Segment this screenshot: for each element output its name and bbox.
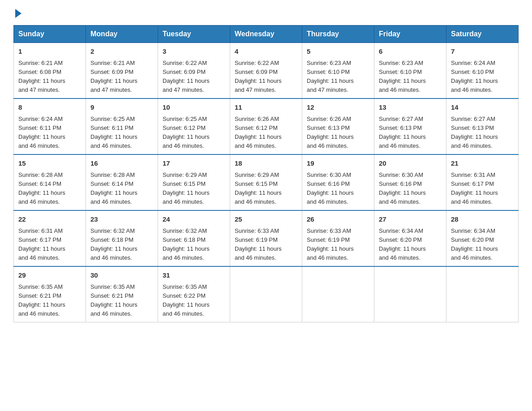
logo-arrow-icon [15,9,21,18]
day-number: 2 [90,47,153,57]
day-cell: 23Sunrise: 6:32 AMSunset: 6:18 PMDayligh… [86,210,158,266]
day-cell: 30Sunrise: 6:35 AMSunset: 6:21 PMDayligh… [86,266,158,322]
day-cell: 17Sunrise: 6:29 AMSunset: 6:15 PMDayligh… [158,154,230,210]
day-cell: 27Sunrise: 6:34 AMSunset: 6:20 PMDayligh… [374,210,446,266]
cell-info: Sunrise: 6:27 AMSunset: 6:13 PMDaylight:… [379,115,442,151]
day-cell: 31Sunrise: 6:35 AMSunset: 6:22 PMDayligh… [158,266,230,322]
day-cell: 24Sunrise: 6:32 AMSunset: 6:18 PMDayligh… [158,210,230,266]
cell-info: Sunrise: 6:21 AMSunset: 6:08 PMDaylight:… [18,59,81,95]
cell-info: Sunrise: 6:24 AMSunset: 6:11 PMDaylight:… [18,115,81,151]
day-number: 16 [90,158,153,169]
day-number: 25 [235,214,297,225]
day-cell: 19Sunrise: 6:30 AMSunset: 6:16 PMDayligh… [302,154,374,210]
cell-info: Sunrise: 6:35 AMSunset: 6:21 PMDaylight:… [90,283,153,319]
cell-info: Sunrise: 6:21 AMSunset: 6:09 PMDaylight:… [90,59,153,95]
day-cell: 18Sunrise: 6:29 AMSunset: 6:15 PMDayligh… [230,154,302,210]
day-number: 23 [90,214,153,225]
day-number: 12 [307,103,369,113]
day-cell: 6Sunrise: 6:23 AMSunset: 6:10 PMDaylight… [374,43,446,99]
cell-info: Sunrise: 6:34 AMSunset: 6:20 PMDaylight:… [451,227,514,263]
cell-info: Sunrise: 6:29 AMSunset: 6:15 PMDaylight:… [235,171,297,207]
day-number: 8 [18,103,81,113]
day-number: 11 [235,103,297,113]
day-cell [302,266,374,322]
day-number: 6 [379,47,442,57]
day-cell: 3Sunrise: 6:22 AMSunset: 6:09 PMDaylight… [158,43,230,99]
day-cell: 15Sunrise: 6:28 AMSunset: 6:14 PMDayligh… [14,154,86,210]
day-number: 29 [18,270,81,281]
day-number: 19 [307,158,369,169]
day-cell: 13Sunrise: 6:27 AMSunset: 6:13 PMDayligh… [374,98,446,154]
day-number: 10 [163,103,225,113]
day-number: 9 [90,103,153,113]
day-number: 28 [451,214,514,225]
week-row-5: 29Sunrise: 6:35 AMSunset: 6:21 PMDayligh… [14,266,519,322]
day-cell: 29Sunrise: 6:35 AMSunset: 6:21 PMDayligh… [14,266,86,322]
day-cell: 9Sunrise: 6:25 AMSunset: 6:11 PMDaylight… [86,98,158,154]
cell-info: Sunrise: 6:29 AMSunset: 6:15 PMDaylight:… [163,171,225,207]
day-cell: 11Sunrise: 6:26 AMSunset: 6:12 PMDayligh… [230,98,302,154]
day-number: 15 [18,158,81,169]
cell-info: Sunrise: 6:31 AMSunset: 6:17 PMDaylight:… [451,171,514,207]
day-cell [374,266,446,322]
week-row-3: 15Sunrise: 6:28 AMSunset: 6:14 PMDayligh… [14,154,519,210]
day-cell: 22Sunrise: 6:31 AMSunset: 6:17 PMDayligh… [14,210,86,266]
day-number: 26 [307,214,369,225]
day-cell: 1Sunrise: 6:21 AMSunset: 6:08 PMDaylight… [14,43,86,99]
cell-info: Sunrise: 6:25 AMSunset: 6:12 PMDaylight:… [163,115,225,151]
day-number: 27 [379,214,442,225]
day-number: 30 [90,270,153,281]
header-day-monday: Monday [86,26,158,43]
day-cell: 7Sunrise: 6:24 AMSunset: 6:10 PMDaylight… [446,43,519,99]
day-number: 21 [451,158,514,169]
day-cell: 14Sunrise: 6:27 AMSunset: 6:13 PMDayligh… [446,98,519,154]
day-number: 24 [163,214,225,225]
day-cell: 26Sunrise: 6:33 AMSunset: 6:19 PMDayligh… [302,210,374,266]
day-cell: 16Sunrise: 6:28 AMSunset: 6:14 PMDayligh… [86,154,158,210]
header-day-thursday: Thursday [302,26,374,43]
logo-general-text [13,9,21,18]
day-number: 20 [379,158,442,169]
day-number: 3 [163,47,225,57]
cell-info: Sunrise: 6:25 AMSunset: 6:11 PMDaylight:… [90,115,153,151]
day-number: 14 [451,103,514,113]
cell-info: Sunrise: 6:34 AMSunset: 6:20 PMDaylight:… [379,227,442,263]
day-cell: 25Sunrise: 6:33 AMSunset: 6:19 PMDayligh… [230,210,302,266]
day-cell: 4Sunrise: 6:22 AMSunset: 6:09 PMDaylight… [230,43,302,99]
week-row-1: 1Sunrise: 6:21 AMSunset: 6:08 PMDaylight… [14,43,519,99]
cell-info: Sunrise: 6:35 AMSunset: 6:22 PMDaylight:… [163,283,225,319]
cell-info: Sunrise: 6:24 AMSunset: 6:10 PMDaylight:… [451,59,514,95]
week-row-4: 22Sunrise: 6:31 AMSunset: 6:17 PMDayligh… [14,210,519,266]
cell-info: Sunrise: 6:23 AMSunset: 6:10 PMDaylight:… [379,59,442,95]
cell-info: Sunrise: 6:33 AMSunset: 6:19 PMDaylight:… [235,227,297,263]
header-day-saturday: Saturday [446,26,519,43]
cell-info: Sunrise: 6:31 AMSunset: 6:17 PMDaylight:… [18,227,81,263]
cell-info: Sunrise: 6:28 AMSunset: 6:14 PMDaylight:… [18,171,81,207]
cell-info: Sunrise: 6:26 AMSunset: 6:13 PMDaylight:… [307,115,369,151]
cell-info: Sunrise: 6:35 AMSunset: 6:21 PMDaylight:… [18,283,81,319]
cell-info: Sunrise: 6:23 AMSunset: 6:10 PMDaylight:… [307,59,369,95]
day-cell [230,266,302,322]
calendar-table: SundayMondayTuesdayWednesdayThursdayFrid… [13,25,519,322]
day-cell: 12Sunrise: 6:26 AMSunset: 6:13 PMDayligh… [302,98,374,154]
cell-info: Sunrise: 6:22 AMSunset: 6:09 PMDaylight:… [163,59,225,95]
day-cell: 8Sunrise: 6:24 AMSunset: 6:11 PMDaylight… [14,98,86,154]
header-day-sunday: Sunday [14,26,86,43]
cell-info: Sunrise: 6:33 AMSunset: 6:19 PMDaylight:… [307,227,369,263]
day-cell: 10Sunrise: 6:25 AMSunset: 6:12 PMDayligh… [158,98,230,154]
logo [13,9,21,16]
cell-info: Sunrise: 6:32 AMSunset: 6:18 PMDaylight:… [90,227,153,263]
day-cell: 5Sunrise: 6:23 AMSunset: 6:10 PMDaylight… [302,43,374,99]
header [13,9,519,16]
header-row: SundayMondayTuesdayWednesdayThursdayFrid… [14,26,519,43]
day-number: 4 [235,47,297,57]
week-row-2: 8Sunrise: 6:24 AMSunset: 6:11 PMDaylight… [14,98,519,154]
cell-info: Sunrise: 6:30 AMSunset: 6:16 PMDaylight:… [379,171,442,207]
day-cell: 20Sunrise: 6:30 AMSunset: 6:16 PMDayligh… [374,154,446,210]
day-number: 5 [307,47,369,57]
day-cell: 28Sunrise: 6:34 AMSunset: 6:20 PMDayligh… [446,210,519,266]
day-number: 7 [451,47,514,57]
day-cell: 21Sunrise: 6:31 AMSunset: 6:17 PMDayligh… [446,154,519,210]
day-number: 17 [163,158,225,169]
header-day-friday: Friday [374,26,446,43]
